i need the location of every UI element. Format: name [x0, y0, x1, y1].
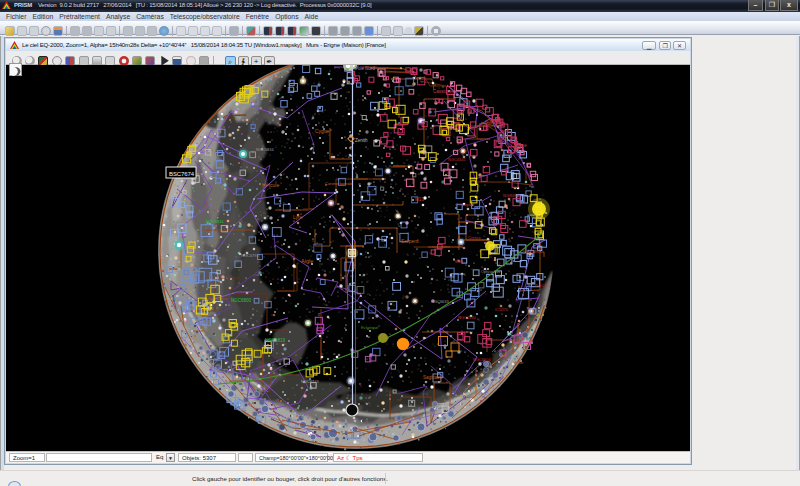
- svg-text:NGC6604: NGC6604: [473, 357, 492, 362]
- svg-text:NGC6791: NGC6791: [241, 253, 260, 258]
- svg-text:Corone boreale: Corone boreale: [325, 181, 353, 186]
- svg-text:Ophiuchus: Ophiuchus: [481, 269, 500, 274]
- svg-text:Zenith: Zenith: [355, 138, 368, 143]
- svg-text:IC5070: IC5070: [495, 307, 509, 312]
- svg-text:NGC6800: NGC6800: [231, 298, 252, 303]
- svg-text:Sagittaire: Sagittaire: [423, 375, 443, 380]
- svg-text:Cep: Cep: [398, 122, 406, 127]
- svg-text:Pole Nord: Pole Nord: [355, 66, 376, 71]
- svg-text:Serpent: Serpent: [401, 238, 419, 244]
- svg-text:NGC6743: NGC6743: [301, 379, 320, 384]
- svg-text:Cephee: Cephee: [511, 143, 527, 148]
- svg-text:Aigle: Aigle: [301, 258, 313, 264]
- svg-text:M39: M39: [455, 259, 464, 264]
- svg-text:NGC6826: NGC6826: [485, 119, 504, 124]
- svg-text:Cassiopee: Cassiopee: [433, 89, 455, 94]
- svg-text:NGC6819: NGC6819: [265, 338, 286, 343]
- svg-text:NGC6946: NGC6946: [503, 193, 522, 198]
- svg-text:NGC6834: NGC6834: [256, 147, 275, 152]
- svg-text:Hercule: Hercule: [262, 182, 279, 188]
- svg-text:Cresce: Cresce: [468, 235, 481, 240]
- svg-text:Ecliptique: Ecliptique: [361, 325, 379, 330]
- svg-text:NGC6530: NGC6530: [458, 315, 477, 320]
- svg-text:NGC6811: NGC6811: [206, 219, 224, 224]
- svg-text:NGC6633: NGC6633: [431, 299, 450, 304]
- svg-text:Antin: Antin: [514, 360, 523, 365]
- svg-text:BSC7674: BSC7674: [169, 171, 195, 177]
- svg-text:NGC70: NGC70: [535, 283, 549, 288]
- svg-text:M13: M13: [415, 197, 424, 202]
- svg-text:NGC6888: NGC6888: [523, 249, 542, 254]
- svg-text:NGC6341: NGC6341: [448, 157, 467, 162]
- svg-text:Cygne: Cygne: [315, 128, 330, 134]
- svg-text:C.nuageux: C.nuageux: [455, 202, 474, 207]
- svg-text:Lyre: Lyre: [293, 214, 303, 220]
